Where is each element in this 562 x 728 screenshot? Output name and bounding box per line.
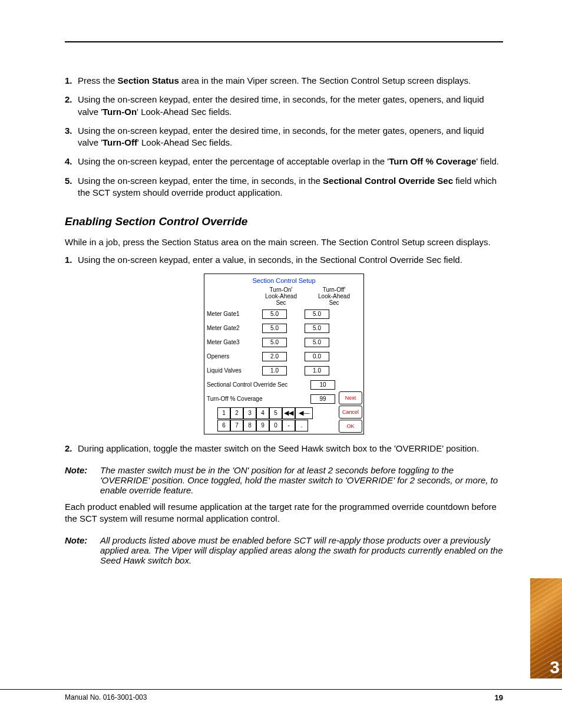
mg1-on[interactable]: 5.0 [262, 309, 287, 319]
override-intro: While in a job, press the Section Status… [65, 236, 503, 248]
chapter-number: 3 [550, 657, 560, 677]
row-metergate3: Meter Gate3 5.0 5.0 [207, 338, 361, 347]
key-4[interactable]: 4 [256, 407, 269, 419]
next-button[interactable]: Next [339, 391, 362, 404]
page-footer: Manual No. 016-3001-003 19 [0, 689, 562, 702]
key-5[interactable]: 5 [269, 407, 282, 419]
row-override-sec: Sectional Control Override Sec 10 [207, 380, 361, 390]
key-minus[interactable]: - [282, 420, 295, 431]
step-1: 1. Press the Section Status area in the … [65, 75, 503, 87]
heading-override: Enabling Section Control Override [65, 215, 503, 228]
key-9[interactable]: 9 [256, 420, 269, 431]
row-metergate1: Meter Gate1 5.0 5.0 [207, 309, 361, 319]
key-0[interactable]: 0 [269, 420, 282, 431]
step-5: 5. Using the on-screen keypad, enter the… [65, 175, 503, 199]
override-sec-field[interactable]: 10 [310, 380, 335, 390]
key-8[interactable]: 8 [243, 420, 256, 431]
key-2[interactable]: 2 [230, 407, 243, 419]
override-step-1: 1. Using the on-screen keypad, enter a v… [65, 254, 503, 266]
coverage-field[interactable]: 99 [310, 394, 335, 404]
cancel-button[interactable]: Cancel [339, 406, 362, 419]
col-turn-on: Turn-On' Look-Ahead Sec [260, 286, 302, 306]
step-3: 3. Using the on-screen keypad, enter the… [65, 125, 503, 149]
chapter-tab-deco: 3 [530, 578, 562, 678]
liquid-on[interactable]: 1.0 [262, 366, 287, 375]
mg2-off[interactable]: 5.0 [305, 324, 329, 333]
row-openers: Openers 2.0 0.0 [207, 352, 361, 361]
row-coverage: Turn-Off % Coverage 99 [207, 394, 361, 404]
ok-button[interactable]: OK [339, 420, 362, 433]
resume-text: Each product enabled will resume applica… [65, 501, 503, 525]
key-7[interactable]: 7 [230, 420, 243, 431]
key-6[interactable]: 6 [217, 420, 230, 431]
note-1: Note: The master switch must be in the '… [65, 465, 503, 495]
mg3-off[interactable]: 5.0 [305, 338, 329, 347]
step-2: 2. Using the on-screen keypad, enter the… [65, 94, 503, 118]
override-step-2: 2. During application, toggle the master… [65, 443, 503, 454]
mg3-on[interactable]: 5.0 [262, 338, 287, 347]
steps-list-1: 1. Press the Section Status area in the … [65, 75, 503, 199]
note-2: Note: All products listed above must be … [65, 535, 503, 565]
section-control-screenshot: Section Control Setup Turn-On' Look-Ahea… [204, 274, 364, 434]
row-liquid: Liquid Valves 1.0 1.0 [207, 366, 361, 375]
key-1[interactable]: 1 [217, 407, 230, 419]
mg1-off[interactable]: 5.0 [305, 309, 329, 319]
key-back[interactable]: ◀— [295, 407, 313, 419]
key-3[interactable]: 3 [243, 407, 256, 419]
col-turn-off: Turn-Off' Look-Ahead Sec [313, 286, 355, 306]
openers-off[interactable]: 0.0 [305, 352, 329, 361]
step-4: 4. Using the on-screen keypad, enter the… [65, 156, 503, 167]
row-metergate2: Meter Gate2 5.0 5.0 [207, 324, 361, 333]
key-back-all[interactable]: ◀◀ [282, 407, 295, 419]
openers-on[interactable]: 2.0 [262, 352, 287, 361]
key-dot[interactable]: . [295, 420, 308, 431]
footer-manual-no: Manual No. 016-3001-003 [65, 693, 147, 702]
mg2-on[interactable]: 5.0 [262, 324, 287, 333]
liquid-off[interactable]: 1.0 [305, 366, 329, 375]
footer-page-num: 19 [495, 693, 503, 702]
sc-title: Section Control Setup [207, 277, 361, 284]
